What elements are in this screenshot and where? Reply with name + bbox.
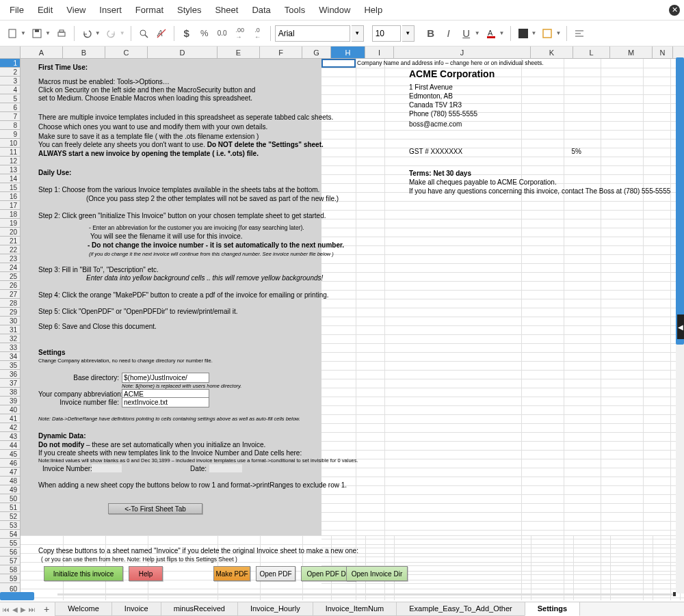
row-header[interactable]: 11 [0, 148, 20, 157]
make-pdf-button[interactable]: Make PDF [213, 566, 250, 581]
row-header[interactable]: 9 [0, 130, 20, 139]
row-header[interactable]: 53 [0, 521, 20, 530]
row-header[interactable]: 13 [0, 165, 20, 174]
help-button[interactable]: Help [129, 566, 163, 581]
row-header[interactable]: 28 [0, 299, 20, 308]
save-icon[interactable] [29, 25, 45, 42]
new-icon[interactable] [4, 25, 21, 42]
dropdown-icon[interactable]: ▼ [531, 30, 537, 36]
select-all-corner[interactable] [0, 46, 21, 58]
base-dir-input[interactable]: $(home)/JustInvoice/ [122, 373, 209, 383]
col-header[interactable]: E [218, 46, 260, 58]
row-header[interactable]: 47 [0, 468, 20, 477]
dropdown-icon[interactable]: ▼ [499, 30, 505, 36]
row-header[interactable]: 36 [0, 370, 20, 379]
align-icon[interactable] [571, 25, 588, 42]
dropdown-icon[interactable]: ▼ [21, 30, 26, 36]
undo-icon[interactable] [79, 25, 95, 42]
underline-icon[interactable]: U [458, 25, 475, 42]
active-cell[interactable] [321, 59, 356, 68]
tab-prev-icon[interactable]: ◀ [12, 606, 18, 613]
tab-first-icon[interactable]: ⏮ [3, 606, 10, 613]
row-header[interactable]: 49 [0, 485, 20, 494]
dropdown-icon[interactable]: ▼ [120, 30, 125, 36]
dropdown-icon[interactable]: ▼ [555, 30, 561, 36]
row-header[interactable]: 51 [0, 503, 20, 512]
col-header[interactable]: A [21, 46, 63, 58]
italic-icon[interactable]: I [440, 25, 457, 42]
sheet-tab[interactable]: Invoice_Hourly [237, 602, 313, 616]
row-header[interactable]: 50 [0, 494, 20, 503]
row-header[interactable]: 38 [0, 388, 20, 397]
scrollbar-thumb[interactable] [676, 57, 684, 345]
menu-edit[interactable]: Edit [32, 3, 58, 17]
bold-icon[interactable]: B [423, 25, 439, 42]
row-header[interactable]: 30 [0, 317, 20, 325]
fill-color-icon[interactable] [515, 25, 531, 42]
row-header[interactable]: 19 [0, 219, 20, 228]
col-header[interactable]: N [653, 46, 673, 58]
col-header[interactable]: M [610, 46, 653, 58]
dropdown-icon[interactable]: ▼ [45, 30, 51, 36]
clear-format-icon[interactable]: A [153, 25, 170, 42]
row-header[interactable]: 12 [0, 157, 20, 165]
row-header[interactable]: 42 [0, 423, 20, 432]
col-header[interactable]: F [260, 46, 302, 58]
sheet-tab[interactable]: Invoice [111, 602, 161, 616]
menu-format[interactable]: Format [130, 3, 169, 17]
menu-file[interactable]: File [4, 3, 29, 17]
col-header[interactable]: H [331, 46, 365, 58]
row-header[interactable]: 59 [0, 574, 20, 583]
font-color-icon[interactable]: A [483, 25, 499, 42]
row-header[interactable]: 25 [0, 272, 20, 281]
row-header[interactable]: 8 [0, 121, 20, 130]
row-header[interactable]: 20 [0, 228, 20, 237]
row-header[interactable]: 26 [0, 281, 20, 290]
col-header[interactable]: C [105, 46, 148, 58]
menu-styles[interactable]: Styles [172, 3, 207, 17]
remove-decimal-icon[interactable]: .0← [250, 25, 266, 42]
dropdown-icon[interactable]: ▼ [402, 25, 415, 42]
menu-insert[interactable]: Insert [94, 3, 127, 17]
row-header[interactable]: 39 [0, 397, 20, 405]
first-sheet-tab-button[interactable]: <-To First Sheet Tab [108, 503, 202, 514]
border-icon[interactable] [539, 25, 555, 42]
row-header[interactable]: 58 [0, 565, 20, 574]
dropdown-icon[interactable]: ▼ [95, 30, 101, 36]
row-header[interactable]: 41 [0, 414, 20, 423]
sheet-tab[interactable]: minusReceived [161, 602, 238, 616]
row-header[interactable]: 34 [0, 352, 20, 361]
font-size-select[interactable] [372, 25, 401, 42]
menu-data[interactable]: Data [246, 3, 276, 17]
row-header[interactable]: 44 [0, 441, 20, 450]
open-invoice-dir-button[interactable]: Open Invoice Dir [346, 566, 408, 581]
add-sheet-button[interactable]: + [38, 602, 55, 616]
tab-next-icon[interactable]: ▶ [21, 606, 26, 613]
dropdown-icon[interactable]: ▼ [475, 30, 480, 36]
currency-icon[interactable]: $ [179, 25, 195, 42]
horizontal-scrollbar[interactable] [0, 592, 34, 600]
sheet-tab-active[interactable]: Settings [525, 602, 580, 616]
menu-sheet[interactable]: Sheet [209, 3, 244, 17]
row-header[interactable]: 52 [0, 512, 20, 521]
row-header[interactable]: 43 [0, 432, 20, 441]
initialize-invoice-button[interactable]: Initialize this invoice [44, 566, 123, 581]
row-header[interactable]: 1 [0, 59, 20, 68]
add-decimal-icon[interactable]: .00→ [232, 25, 248, 42]
percent-icon[interactable]: % [196, 25, 213, 42]
col-header[interactable]: I [365, 46, 394, 58]
redo-icon[interactable] [103, 25, 120, 42]
number-icon[interactable]: 0.0 [214, 25, 231, 42]
row-header[interactable]: 16 [0, 192, 20, 201]
font-select[interactable] [275, 25, 350, 42]
row-header[interactable]: 10 [0, 139, 20, 148]
row-header[interactable]: 40 [0, 405, 20, 414]
sheet-tab[interactable]: Example_Easy_To_Add_Other [396, 602, 525, 616]
row-header[interactable]: 17 [0, 201, 20, 210]
row-header[interactable]: 18 [0, 210, 20, 219]
close-icon[interactable]: ✕ [669, 5, 680, 16]
sheet-tab[interactable]: Welcome [55, 602, 112, 616]
row-header[interactable]: 54 [0, 530, 20, 539]
row-header[interactable]: 57 [0, 557, 20, 565]
row-header[interactable]: 3 [0, 77, 20, 85]
